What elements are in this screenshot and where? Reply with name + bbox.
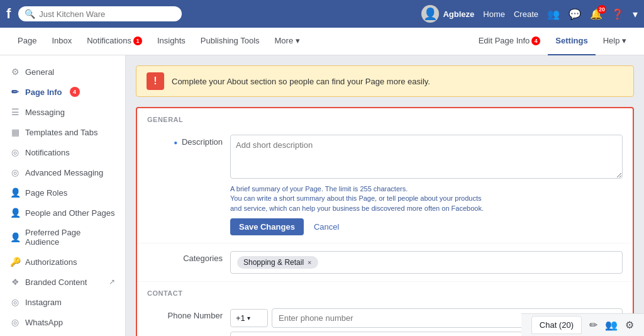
sidebar-item-featured[interactable]: ★ Featured xyxy=(0,332,125,336)
edit-page-info-badge: 4 xyxy=(531,36,540,45)
sidebar-item-label: Preferred Page Audience xyxy=(25,228,115,247)
nav-edit-page-info[interactable]: Edit Page Info 4 xyxy=(471,28,548,55)
external-link-icon: ↗ xyxy=(109,277,115,286)
sidebar-item-authorizations[interactable]: 🔑 Authorizations xyxy=(0,252,125,272)
sidebar-item-label: People and Other Pages xyxy=(25,208,114,218)
chat-button[interactable]: Chat (20) xyxy=(531,316,582,334)
search-icon: 🔍 xyxy=(25,9,35,19)
description-actions: Save Changes Cancel xyxy=(230,218,623,235)
required-dot: ● xyxy=(174,139,177,146)
sidebar-item-messaging[interactable]: ☰ Messaging xyxy=(0,102,125,122)
country-code-dropdown-icon: ▾ xyxy=(247,315,250,322)
sidebar-item-label: Instagram xyxy=(25,298,62,307)
user-profile[interactable]: 👤 Agbleze xyxy=(421,5,474,23)
hint-line-1: A brief summary of your Page. The limit … xyxy=(230,184,623,194)
compose-icon[interactable]: ✏ xyxy=(589,319,597,331)
help-icon[interactable]: ❓ xyxy=(611,8,624,20)
messenger-icon[interactable]: 💬 xyxy=(569,8,581,20)
sidebar-item-branded-content[interactable]: ❖ Branded Content ↗ xyxy=(0,272,125,292)
sidebar-item-label: Notifications xyxy=(25,148,70,157)
gear-icon: ⚙ xyxy=(10,67,20,77)
sidebar-item-general[interactable]: ⚙ General xyxy=(0,62,125,82)
main-content: ! Complete your About section so people … xyxy=(126,55,644,336)
bottom-bar: Chat (20) ✏ 👥 ⚙ xyxy=(521,313,644,336)
audience-icon: 👤 xyxy=(10,232,20,242)
friends-icon[interactable]: 👥 xyxy=(547,8,560,20)
categories-label: Categories xyxy=(147,251,223,263)
sidebar-item-label: Advanced Messaging xyxy=(25,168,103,177)
settings-form-section: GENERAL ● Description A brief summary of… xyxy=(136,107,634,336)
sidebar-item-preferred-page-audience[interactable]: 👤 Preferred Page Audience xyxy=(0,223,125,252)
nav-more[interactable]: More ▾ xyxy=(267,28,308,55)
sidebar-item-page-roles[interactable]: 👤 Page Roles xyxy=(0,182,125,203)
page-navigation: Page Inbox Notifications 1 Insights Publ… xyxy=(0,28,644,55)
sidebar-item-people-other-pages[interactable]: 👤 People and Other Pages xyxy=(0,203,125,223)
home-link[interactable]: Home xyxy=(483,9,505,19)
nav-publishing-tools[interactable]: Publishing Tools xyxy=(193,28,267,55)
sidebar-item-label: Templates and Tabs xyxy=(25,128,97,137)
people-icon: 👤 xyxy=(10,208,20,218)
notifications-icon[interactable]: 🔔 20 xyxy=(590,8,602,20)
group-icon[interactable]: 👥 xyxy=(605,319,618,331)
category-tag-label: Shopping & Retail xyxy=(243,258,304,267)
nav-page[interactable]: Page xyxy=(10,28,44,55)
categories-field: Shopping & Retail × xyxy=(230,251,623,274)
search-box[interactable]: 🔍 xyxy=(18,6,182,21)
description-row: ● Description A brief summary of your Pa… xyxy=(137,127,633,244)
nav-insights[interactable]: Insights xyxy=(150,28,193,55)
bell-icon: ◎ xyxy=(10,147,20,157)
edit-icon: ✏ xyxy=(10,87,20,97)
sidebar-item-templates-tabs[interactable]: ▦ Templates and Tabs xyxy=(0,122,125,142)
sidebar-item-page-info[interactable]: ✏ Page Info 4 xyxy=(0,82,125,102)
alert-icon: ! xyxy=(147,72,164,90)
username-label: Agbleze xyxy=(443,9,474,19)
sidebar-item-label: Page Roles xyxy=(25,188,67,198)
category-tag-remove[interactable]: × xyxy=(308,259,311,266)
messaging-icon: ☰ xyxy=(10,107,20,117)
create-link[interactable]: Create xyxy=(514,9,538,19)
sidebar-item-label: Messaging xyxy=(25,108,65,117)
notifications-count-badge: 1 xyxy=(133,36,142,45)
country-code-select[interactable]: +1 ▾ xyxy=(230,309,268,327)
sidebar-item-advanced-messaging[interactable]: ◎ Advanced Messaging xyxy=(0,162,125,182)
advanced-msg-icon: ◎ xyxy=(10,167,20,177)
nav-settings[interactable]: Settings xyxy=(548,28,595,55)
top-right-actions: 👤 Agbleze Home Create 👥 💬 🔔 20 ❓ ▾ xyxy=(421,5,638,23)
grid-icon: ▦ xyxy=(10,127,20,137)
page-info-badge: 4 xyxy=(70,87,80,97)
search-input[interactable] xyxy=(39,9,165,19)
user-icon: 👤 xyxy=(10,188,20,198)
whatsapp-icon: ◎ xyxy=(10,317,20,327)
top-navigation-bar: f 🔍 👤 Agbleze Home Create 👥 💬 🔔 20 ❓ ▾ xyxy=(0,0,644,28)
sidebar-item-instagram[interactable]: ◎ Instagram xyxy=(0,292,125,312)
phone-label: Phone Number xyxy=(147,308,223,320)
sidebar: ⚙ General ✏ Page Info 4 ☰ Messaging ▦ Te… xyxy=(0,55,126,336)
hint-line-3: and service, which can help your busines… xyxy=(230,204,623,213)
categories-row: Categories Shopping & Retail × xyxy=(137,244,633,282)
nav-notifications[interactable]: Notifications 1 xyxy=(79,28,150,55)
description-hint: A brief summary of your Page. The limit … xyxy=(230,184,623,213)
avatar: 👤 xyxy=(421,5,439,23)
chat-label: Chat (20) xyxy=(540,320,574,330)
contact-section-label: CONTACT xyxy=(137,282,633,301)
description-save-button[interactable]: Save Changes xyxy=(230,218,304,235)
sidebar-item-label: Page Info xyxy=(25,87,62,97)
description-textarea[interactable] xyxy=(230,135,623,179)
category-tag: Shopping & Retail × xyxy=(237,256,318,269)
sidebar-item-label: WhatsApp xyxy=(25,318,63,327)
settings-bottom-icon[interactable]: ⚙ xyxy=(625,319,634,331)
sidebar-item-notifications[interactable]: ◎ Notifications xyxy=(0,142,125,162)
alert-banner: ! Complete your About section so people … xyxy=(136,65,634,97)
sidebar-item-whatsapp[interactable]: ◎ WhatsApp xyxy=(0,312,125,332)
sidebar-item-label: Authorizations xyxy=(25,257,77,267)
notifications-badge: 20 xyxy=(597,5,606,14)
branded-icon: ❖ xyxy=(10,277,20,287)
alert-text: Complete your About section so people ca… xyxy=(172,77,430,86)
account-menu-icon[interactable]: ▾ xyxy=(633,8,638,20)
nav-inbox[interactable]: Inbox xyxy=(44,28,79,55)
key-icon: 🔑 xyxy=(10,257,20,267)
description-cancel-button[interactable]: Cancel xyxy=(309,218,344,235)
nav-help[interactable]: Help ▾ xyxy=(596,28,634,55)
hint-line-2: You can write a short summary about this… xyxy=(230,194,623,203)
main-layout: ⚙ General ✏ Page Info 4 ☰ Messaging ▦ Te… xyxy=(0,55,644,336)
